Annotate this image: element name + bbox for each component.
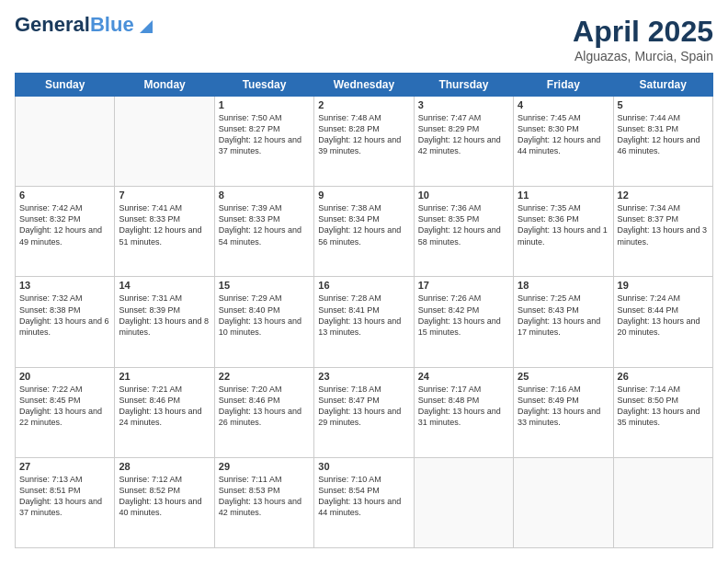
day-number: 23 — [318, 371, 409, 382]
day-number: 17 — [418, 280, 509, 291]
logo-icon — [136, 17, 153, 33]
title-block: April 2025 Alguazas, Murcia, Spain — [573, 15, 713, 63]
calendar-cell: 1Sunrise: 7:50 AM Sunset: 8:27 PM Daylig… — [214, 97, 313, 187]
day-number: 14 — [119, 280, 210, 291]
calendar-cell: 16Sunrise: 7:28 AM Sunset: 8:41 PM Dayli… — [314, 277, 414, 367]
day-number: 9 — [318, 190, 409, 201]
day-info: Sunrise: 7:20 AM Sunset: 8:46 PM Dayligh… — [219, 384, 310, 429]
logo-blue: Blue — [90, 15, 134, 35]
calendar-cell: 13Sunrise: 7:32 AM Sunset: 8:38 PM Dayli… — [16, 277, 115, 367]
calendar-cell: 19Sunrise: 7:24 AM Sunset: 8:44 PM Dayli… — [613, 277, 712, 367]
svg-marker-0 — [140, 20, 153, 33]
calendar-cell: 6Sunrise: 7:42 AM Sunset: 8:32 PM Daylig… — [16, 187, 115, 277]
day-number: 18 — [518, 280, 609, 291]
day-number: 24 — [418, 371, 509, 382]
day-number: 21 — [119, 371, 210, 382]
day-info: Sunrise: 7:28 AM Sunset: 8:41 PM Dayligh… — [318, 293, 409, 338]
calendar-cell: 24Sunrise: 7:17 AM Sunset: 8:48 PM Dayli… — [414, 367, 513, 457]
page: General Blue April 2025 Alguazas, Murcia… — [0, 0, 728, 563]
calendar-cell: 2Sunrise: 7:48 AM Sunset: 8:28 PM Daylig… — [314, 97, 414, 187]
day-info: Sunrise: 7:39 AM Sunset: 8:33 PM Dayligh… — [219, 202, 310, 247]
day-number: 10 — [418, 190, 509, 201]
day-info: Sunrise: 7:12 AM Sunset: 8:52 PM Dayligh… — [119, 474, 210, 519]
day-info: Sunrise: 7:29 AM Sunset: 8:40 PM Dayligh… — [219, 293, 310, 338]
day-number: 19 — [618, 280, 709, 291]
calendar-cell: 26Sunrise: 7:14 AM Sunset: 8:50 PM Dayli… — [613, 367, 712, 457]
calendar-table: Sunday Monday Tuesday Wednesday Thursday… — [15, 73, 713, 548]
day-number: 7 — [119, 190, 210, 201]
calendar-cell — [115, 97, 214, 187]
calendar-body: 1Sunrise: 7:50 AM Sunset: 8:27 PM Daylig… — [16, 97, 713, 548]
calendar-cell: 25Sunrise: 7:16 AM Sunset: 8:49 PM Dayli… — [514, 367, 613, 457]
day-info: Sunrise: 7:10 AM Sunset: 8:54 PM Dayligh… — [318, 474, 409, 519]
day-info: Sunrise: 7:48 AM Sunset: 8:28 PM Dayligh… — [318, 112, 409, 157]
logo-general: General — [15, 15, 90, 35]
day-number: 6 — [19, 190, 110, 201]
calendar-cell — [613, 457, 712, 547]
day-info: Sunrise: 7:50 AM Sunset: 8:27 PM Dayligh… — [219, 112, 310, 157]
day-number: 15 — [219, 280, 310, 291]
day-info: Sunrise: 7:41 AM Sunset: 8:33 PM Dayligh… — [119, 202, 210, 247]
day-number: 3 — [418, 99, 509, 110]
calendar-week-1: 6Sunrise: 7:42 AM Sunset: 8:32 PM Daylig… — [16, 187, 713, 277]
calendar-week-2: 13Sunrise: 7:32 AM Sunset: 8:38 PM Dayli… — [16, 277, 713, 367]
calendar-cell: 12Sunrise: 7:34 AM Sunset: 8:37 PM Dayli… — [613, 187, 712, 277]
day-info: Sunrise: 7:26 AM Sunset: 8:42 PM Dayligh… — [418, 293, 509, 338]
col-saturday: Saturday — [613, 74, 712, 97]
day-number: 2 — [318, 99, 409, 110]
day-number: 11 — [518, 190, 609, 201]
calendar-cell: 18Sunrise: 7:25 AM Sunset: 8:43 PM Dayli… — [514, 277, 613, 367]
calendar-cell: 9Sunrise: 7:38 AM Sunset: 8:34 PM Daylig… — [314, 187, 414, 277]
calendar-cell: 5Sunrise: 7:44 AM Sunset: 8:31 PM Daylig… — [613, 97, 712, 187]
day-info: Sunrise: 7:34 AM Sunset: 8:37 PM Dayligh… — [618, 202, 709, 247]
day-number: 12 — [618, 190, 709, 201]
day-number: 26 — [618, 371, 709, 382]
day-info: Sunrise: 7:32 AM Sunset: 8:38 PM Dayligh… — [19, 293, 110, 338]
day-number: 1 — [219, 99, 310, 110]
calendar-week-3: 20Sunrise: 7:22 AM Sunset: 8:45 PM Dayli… — [16, 367, 713, 457]
calendar-cell: 11Sunrise: 7:35 AM Sunset: 8:36 PM Dayli… — [514, 187, 613, 277]
calendar-cell: 20Sunrise: 7:22 AM Sunset: 8:45 PM Dayli… — [16, 367, 115, 457]
day-info: Sunrise: 7:17 AM Sunset: 8:48 PM Dayligh… — [418, 384, 509, 429]
day-number: 13 — [19, 280, 110, 291]
day-info: Sunrise: 7:31 AM Sunset: 8:39 PM Dayligh… — [119, 293, 210, 338]
day-info: Sunrise: 7:21 AM Sunset: 8:46 PM Dayligh… — [119, 384, 210, 429]
day-info: Sunrise: 7:13 AM Sunset: 8:51 PM Dayligh… — [19, 474, 110, 519]
calendar-cell: 3Sunrise: 7:47 AM Sunset: 8:29 PM Daylig… — [414, 97, 513, 187]
day-info: Sunrise: 7:24 AM Sunset: 8:44 PM Dayligh… — [618, 293, 709, 338]
day-number: 30 — [318, 461, 409, 472]
day-number: 27 — [19, 461, 110, 472]
day-info: Sunrise: 7:36 AM Sunset: 8:35 PM Dayligh… — [418, 202, 509, 247]
day-info: Sunrise: 7:22 AM Sunset: 8:45 PM Dayligh… — [19, 384, 110, 429]
calendar-cell: 15Sunrise: 7:29 AM Sunset: 8:40 PM Dayli… — [214, 277, 313, 367]
calendar-cell: 21Sunrise: 7:21 AM Sunset: 8:46 PM Dayli… — [115, 367, 214, 457]
calendar-cell — [16, 97, 115, 187]
calendar-cell: 17Sunrise: 7:26 AM Sunset: 8:42 PM Dayli… — [414, 277, 513, 367]
day-number: 28 — [119, 461, 210, 472]
calendar-cell — [514, 457, 613, 547]
day-number: 22 — [219, 371, 310, 382]
day-number: 16 — [318, 280, 409, 291]
day-info: Sunrise: 7:47 AM Sunset: 8:29 PM Dayligh… — [418, 112, 509, 157]
calendar-cell: 30Sunrise: 7:10 AM Sunset: 8:54 PM Dayli… — [314, 457, 414, 547]
calendar-cell: 28Sunrise: 7:12 AM Sunset: 8:52 PM Dayli… — [115, 457, 214, 547]
day-info: Sunrise: 7:11 AM Sunset: 8:53 PM Dayligh… — [219, 474, 310, 519]
day-number: 4 — [518, 99, 609, 110]
day-info: Sunrise: 7:25 AM Sunset: 8:43 PM Dayligh… — [518, 293, 609, 338]
calendar-cell: 22Sunrise: 7:20 AM Sunset: 8:46 PM Dayli… — [214, 367, 313, 457]
day-info: Sunrise: 7:44 AM Sunset: 8:31 PM Dayligh… — [618, 112, 709, 157]
calendar-cell: 14Sunrise: 7:31 AM Sunset: 8:39 PM Dayli… — [115, 277, 214, 367]
day-info: Sunrise: 7:42 AM Sunset: 8:32 PM Dayligh… — [19, 202, 110, 247]
day-info: Sunrise: 7:35 AM Sunset: 8:36 PM Dayligh… — [518, 202, 609, 247]
calendar-week-4: 27Sunrise: 7:13 AM Sunset: 8:51 PM Dayli… — [16, 457, 713, 547]
calendar-cell: 7Sunrise: 7:41 AM Sunset: 8:33 PM Daylig… — [115, 187, 214, 277]
day-number: 20 — [19, 371, 110, 382]
day-info: Sunrise: 7:18 AM Sunset: 8:47 PM Dayligh… — [318, 384, 409, 429]
calendar-subtitle: Alguazas, Murcia, Spain — [573, 49, 713, 63]
day-info: Sunrise: 7:38 AM Sunset: 8:34 PM Dayligh… — [318, 202, 409, 247]
col-tuesday: Tuesday — [214, 74, 313, 97]
calendar-cell — [414, 457, 513, 547]
col-wednesday: Wednesday — [314, 74, 414, 97]
calendar-cell: 29Sunrise: 7:11 AM Sunset: 8:53 PM Dayli… — [214, 457, 313, 547]
calendar-cell: 27Sunrise: 7:13 AM Sunset: 8:51 PM Dayli… — [16, 457, 115, 547]
